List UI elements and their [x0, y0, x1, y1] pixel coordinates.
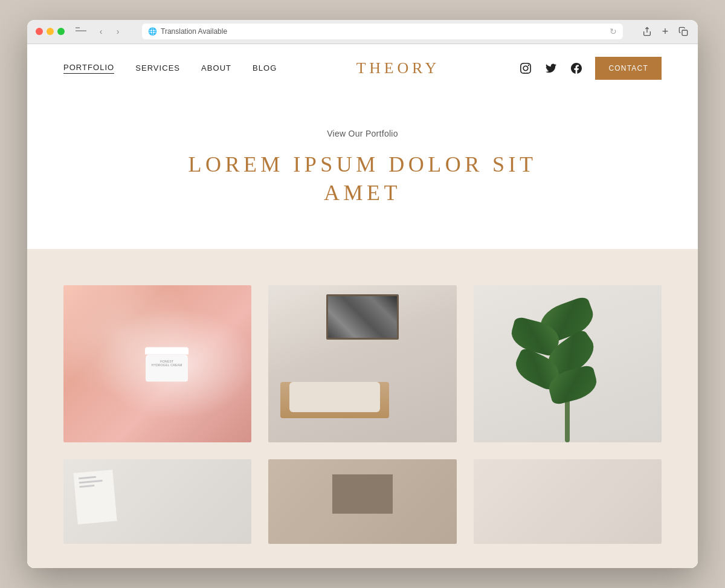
twitter-icon[interactable] — [544, 62, 558, 75]
nav-right: CONTACT — [519, 57, 662, 80]
sidebar-bar — [76, 30, 86, 31]
portfolio-image-magazine — [63, 459, 251, 544]
sofa-cushion — [289, 382, 380, 412]
jar-icon: HONESTHYDROGEL CREAM — [143, 347, 191, 381]
portfolio-image-plant — [474, 285, 662, 442]
jar-body: HONESTHYDROGEL CREAM — [146, 355, 188, 382]
mag-line — [79, 476, 97, 480]
hero-title: LOREM IPSUM DOLOR SIT AMET — [51, 150, 674, 207]
portfolio-item[interactable] — [474, 285, 662, 442]
translation-icon: 🌐 — [148, 27, 157, 36]
portfolio-image-neutral — [474, 459, 662, 544]
jar-label: HONESTHYDROGEL CREAM — [146, 355, 188, 367]
navbar: PORTFOLIO SERVICES ABOUT BLOG THEORY — [27, 44, 698, 92]
address-bar[interactable]: 🌐 Translation Available ↻ — [142, 24, 623, 39]
hero-section: View Our Portfolio LOREM IPSUM DOLOR SIT… — [27, 92, 698, 250]
browser-actions: + — [641, 25, 689, 37]
hero-subtitle: View Our Portfolio — [51, 129, 674, 138]
mag-line — [79, 480, 103, 483]
portfolio-item[interactable] — [268, 459, 456, 544]
portfolio-grid: HONESTHYDROGEL CREAM — [63, 285, 662, 442]
forward-arrow-icon[interactable]: › — [112, 25, 124, 37]
mag-line — [79, 485, 94, 488]
instagram-icon[interactable] — [519, 62, 532, 75]
nav-services[interactable]: SERVICES — [135, 63, 180, 73]
magazine-text — [73, 470, 114, 496]
browser-dots — [36, 28, 65, 35]
contact-button[interactable]: CONTACT — [595, 57, 662, 80]
portfolio-image-sofa — [268, 285, 456, 442]
browser-nav: ‹ › — [95, 25, 124, 37]
nav-blog[interactable]: BLOG — [253, 63, 277, 73]
painting-frame — [326, 294, 399, 340]
sidebar-bar — [76, 27, 80, 28]
duplicate-icon[interactable] — [677, 25, 689, 37]
sidebar-toggle-icon[interactable] — [76, 27, 86, 36]
svg-rect-0 — [682, 30, 688, 36]
jar-lid — [145, 347, 188, 355]
dot-green[interactable] — [57, 28, 65, 35]
dot-red[interactable] — [36, 28, 43, 35]
browser-window: ‹ › 🌐 Translation Available ↻ + — [27, 20, 698, 569]
back-arrow-icon[interactable]: ‹ — [95, 25, 107, 37]
facebook-icon[interactable] — [570, 62, 583, 75]
website-content: PORTFOLIO SERVICES ABOUT BLOG THEORY — [27, 44, 698, 569]
portfolio-image-package — [268, 459, 456, 544]
share-icon[interactable] — [641, 25, 653, 37]
portfolio-item[interactable] — [63, 459, 251, 544]
painting-artwork — [328, 296, 397, 338]
portfolio-section: HONESTHYDROGEL CREAM — [27, 249, 698, 568]
dot-yellow[interactable] — [47, 28, 54, 35]
portfolio-item[interactable] — [474, 459, 662, 544]
portfolio-bottom-row — [63, 459, 662, 544]
magazine-paper — [73, 470, 117, 525]
reload-icon[interactable]: ↻ — [610, 27, 617, 36]
nav-about[interactable]: ABOUT — [201, 63, 231, 73]
portfolio-item[interactable]: HONESTHYDROGEL CREAM — [63, 285, 251, 442]
portfolio-image-cream: HONESTHYDROGEL CREAM — [63, 285, 251, 442]
brand-logo[interactable]: THEORY — [356, 59, 440, 77]
nav-portfolio[interactable]: PORTFOLIO — [63, 63, 114, 74]
portfolio-item[interactable] — [268, 285, 456, 442]
nav-left: PORTFOLIO SERVICES ABOUT BLOG — [63, 63, 277, 74]
new-tab-icon[interactable]: + — [659, 25, 671, 37]
package-box — [332, 474, 393, 514]
browser-chrome: ‹ › 🌐 Translation Available ↻ + — [27, 20, 698, 44]
address-bar-text: Translation Available — [161, 27, 227, 36]
